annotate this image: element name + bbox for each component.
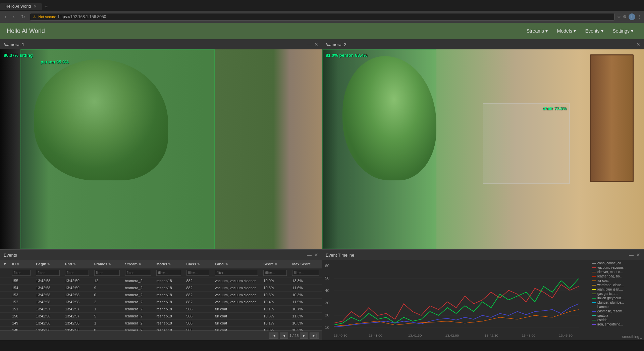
col-header-stream[interactable]: Stream ⇅ (122, 260, 154, 268)
address-bar[interactable]: ⚠ Not secure https://192.168.1.156:8050 (30, 13, 614, 20)
events-close[interactable]: ✕ (314, 252, 318, 258)
filter-model-cell[interactable] (154, 268, 183, 277)
legend-color (592, 324, 596, 325)
events-header: Events — ✕ (0, 250, 322, 260)
filter-frames-cell[interactable] (92, 268, 122, 277)
address-text: https://192.168.1.156:8050 (58, 14, 106, 19)
table-row[interactable]: 148 13:42:56 13:42:56 0 /camera_2 resnet… (0, 327, 322, 331)
new-tab-button[interactable]: + (42, 3, 50, 9)
legend-color (592, 311, 596, 312)
filter-label-cell[interactable] (212, 268, 261, 277)
next-page-button[interactable]: ► (300, 333, 308, 339)
cam2-chair-label: chair 77.3% (542, 106, 567, 111)
svg-text:50: 50 (325, 276, 329, 280)
bookmark-icon[interactable]: ☆ (617, 14, 621, 19)
svg-text:10: 10 (325, 326, 329, 330)
svg-text:13:43:00: 13:43:00 (522, 334, 536, 337)
legend-label: wardrobe, close... (597, 283, 624, 287)
menu-icon[interactable]: ⋮ (637, 14, 641, 19)
svg-text:40: 40 (325, 289, 329, 292)
col-header-maxscore[interactable]: Max Score (289, 260, 322, 268)
filter-end-cell[interactable] (62, 268, 92, 277)
filter-label-input[interactable] (215, 270, 258, 276)
filter-class-input[interactable] (186, 270, 210, 276)
svg-text:13:41:00: 13:41:00 (369, 334, 382, 337)
table-row[interactable]: 152 13:42:58 13:42:58 2 /camera_2 resnet… (0, 299, 322, 306)
tab-close-icon[interactable]: ✕ (34, 4, 37, 9)
events-minimize[interactable]: — (307, 252, 312, 258)
nav-streams[interactable]: Streams ▾ (523, 26, 552, 36)
legend-color (592, 320, 596, 320)
legend-item: gas garlic, a... (592, 292, 642, 296)
events-panel: Events — ✕ ▼ ID ⇅ Begin ⇅ End ⇅ (0, 250, 322, 340)
active-tab[interactable]: Hello AI World ✕ (0, 3, 42, 10)
timeline-close[interactable]: ✕ (636, 252, 640, 258)
col-header-id[interactable]: ID ⇅ (9, 260, 33, 268)
timeline-chart: 60 50 40 30 20 10 (325, 261, 587, 339)
filter-model-input[interactable] (156, 270, 181, 276)
legend-color (592, 307, 596, 307)
filter-class-cell[interactable] (184, 268, 212, 277)
back-button[interactable]: ‹ (3, 13, 8, 20)
timeline-controls: — ✕ (629, 252, 640, 258)
filter-begin-cell[interactable] (33, 268, 62, 277)
camera2-header: /camera_2 — ✕ (322, 39, 644, 49)
timeline-minimize[interactable]: — (629, 252, 634, 258)
filter-begin-input[interactable] (36, 270, 60, 276)
camera2-bg: 81.0% person 83.4% chair 77.3% (322, 49, 644, 249)
legend-label: coho, cohoe, co... (597, 261, 624, 265)
legend-label: leather bag, bo... (597, 274, 623, 278)
nav-models[interactable]: Models ▾ (553, 26, 580, 36)
legend-color (592, 267, 596, 268)
legend-item: ostrich (592, 318, 642, 322)
col-header-model[interactable]: Model ⇅ (154, 260, 183, 268)
camera2-panel: /camera_2 — ✕ (322, 39, 644, 250)
col-header-end[interactable]: End ⇅ (62, 260, 92, 268)
table-row[interactable]: 153 13:42:58 13:42:58 0 /camera_2 resnet… (0, 292, 322, 299)
legend-color (592, 272, 596, 272)
filter-frames-input[interactable] (94, 270, 120, 276)
filter-end-input[interactable] (65, 270, 89, 276)
legend-color (592, 285, 596, 286)
col-header-label[interactable]: Label ⇅ (212, 260, 261, 268)
refresh-button[interactable]: ↻ (19, 13, 27, 20)
chart-legend: coho, cohoe, co...vacuum, vacuum...cleav… (592, 261, 642, 327)
col-header-begin[interactable]: Begin ⇅ (33, 260, 62, 268)
col-header-class[interactable]: Class ⇅ (184, 260, 212, 268)
filter-id-input[interactable] (12, 270, 31, 276)
filter-maxscore-cell[interactable] (289, 268, 322, 277)
filter-score-cell[interactable] (261, 268, 289, 277)
main-content: /camera_1 — ✕ 86.37% sitting (0, 39, 644, 340)
table-row[interactable]: 154 13:42:58 13:42:59 9 /camera_2 resnet… (0, 284, 322, 292)
camera2-minimize[interactable]: — (629, 42, 634, 47)
table-row[interactable]: 150 13:42:56 13:42:57 5 /camera_2 resnet… (0, 313, 322, 320)
filter-stream-input[interactable] (125, 270, 151, 276)
events-table-body: 155 13:42:58 13:42:59 12 /camera_2 resne… (0, 277, 322, 331)
events-scroll[interactable]: ▼ ID ⇅ Begin ⇅ End ⇅ Frames ⇅ Stream ⇅ M… (0, 260, 322, 331)
col-header-score[interactable]: Score ⇅ (261, 260, 289, 268)
prev-page-button[interactable]: ◄ (280, 333, 288, 339)
filter-id-cell[interactable] (9, 268, 33, 277)
camera1-close[interactable]: ✕ (314, 42, 318, 47)
table-row[interactable]: 155 13:42:58 13:42:59 12 /camera_2 resne… (0, 277, 322, 284)
camera2-close[interactable]: ✕ (636, 42, 640, 47)
col-header-frames[interactable]: Frames ⇅ (92, 260, 122, 268)
legend-color (592, 315, 596, 316)
last-page-button[interactable]: ►| (310, 333, 319, 339)
nav-events[interactable]: Events ▾ (581, 26, 607, 36)
table-row[interactable]: 149 13:42:56 13:42:56 1 /camera_2 resnet… (0, 320, 322, 327)
filter-maxscore-input[interactable] (292, 270, 319, 276)
table-row[interactable]: 151 13:42:57 13:42:57 1 /camera_2 resnet… (0, 306, 322, 313)
user-account[interactable]: I (629, 13, 635, 20)
col-header-sort[interactable]: ▼ (0, 260, 9, 268)
filter-stream-cell[interactable] (122, 268, 154, 277)
extensions-icon[interactable]: ⚙ (623, 14, 627, 19)
first-page-button[interactable]: |◄ (269, 333, 278, 339)
camera1-minimize[interactable]: — (307, 42, 312, 47)
nav-settings[interactable]: Settings ▾ (609, 26, 637, 36)
legend-label: hammer (597, 305, 610, 309)
filter-score-input[interactable] (263, 270, 287, 276)
smoothing-label: smoothing _ (622, 335, 642, 339)
camera1-header: /camera_1 — ✕ (0, 39, 322, 49)
forward-button[interactable]: › (11, 13, 17, 20)
